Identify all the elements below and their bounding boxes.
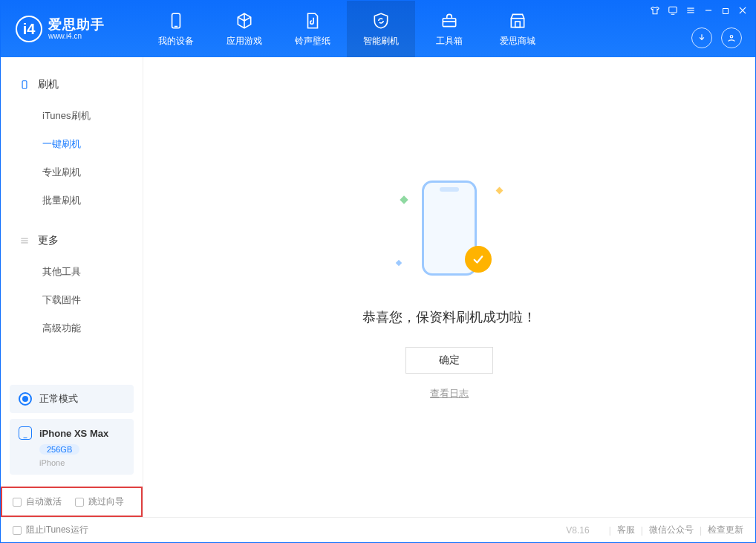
header-right-icons <box>691 27 742 48</box>
sidebar-item-batch-flash[interactable]: 批量刷机 <box>1 186 143 215</box>
tshirt-icon[interactable] <box>650 5 660 18</box>
close-button[interactable] <box>737 5 748 18</box>
success-illustration <box>394 175 505 286</box>
nav-label: 智能刷机 <box>363 35 399 48</box>
download-button[interactable] <box>691 27 712 48</box>
checkbox-icon <box>13 498 22 507</box>
separator: | <box>700 525 702 536</box>
sidebar: 刷机 iTunes刷机 一键刷机 专业刷机 批量刷机 更多 其他工具 下载固件 <box>1 57 143 517</box>
sidebar-item-advanced[interactable]: 高级功能 <box>1 314 143 342</box>
feedback-icon[interactable] <box>668 5 678 18</box>
svg-rect-14 <box>22 81 27 89</box>
link-support[interactable]: 客服 <box>617 524 635 536</box>
version-label: V8.16 <box>566 525 589 536</box>
statusbar-right: V8.16 | 客服 | 微信公众号 | 检查更新 <box>566 524 743 536</box>
svg-rect-4 <box>515 22 521 27</box>
toolbox-icon <box>438 11 460 30</box>
svg-rect-5 <box>669 7 677 13</box>
nav-my-device[interactable]: 我的设备 <box>142 1 210 57</box>
cube-icon <box>233 11 255 30</box>
main-nav: 我的设备 应用游戏 铃声壁纸 智能刷机 工具箱 爱思商城 <box>142 1 552 57</box>
checkbox-icon <box>75 498 84 507</box>
account-button[interactable] <box>721 27 742 48</box>
separator: | <box>641 525 643 536</box>
svg-rect-2 <box>443 18 455 26</box>
nav-label: 工具箱 <box>436 35 463 48</box>
main-content: 恭喜您，保资料刷机成功啦！ 确定 查看日志 <box>143 57 755 517</box>
link-check-update[interactable]: 检查更新 <box>708 524 743 536</box>
section-title: 刷机 <box>38 78 59 91</box>
minimize-button[interactable] <box>703 5 714 18</box>
success-message: 恭喜您，保资料刷机成功啦！ <box>362 308 536 326</box>
sparkle-icon <box>496 186 504 194</box>
body: 刷机 iTunes刷机 一键刷机 专业刷机 批量刷机 更多 其他工具 下载固件 <box>1 57 755 517</box>
check-badge-icon <box>465 246 492 273</box>
phone-icon <box>19 79 30 91</box>
store-icon <box>506 11 529 30</box>
maximize-button[interactable] <box>721 6 730 18</box>
sparkle-icon <box>400 195 408 204</box>
checkbox-auto-activate[interactable]: 自动激活 <box>13 495 62 508</box>
link-wechat[interactable]: 微信公众号 <box>649 524 694 536</box>
list-icon <box>19 235 30 247</box>
app-window: i4 爱思助手 www.i4.cn 我的设备 应用游戏 铃声壁纸 智能 <box>0 0 756 543</box>
section-items-flash: iTunes刷机 一键刷机 专业刷机 批量刷机 <box>1 97 143 228</box>
sidebar-item-pro-flash[interactable]: 专业刷机 <box>1 158 143 186</box>
nav-label: 我的设备 <box>158 35 194 48</box>
sparkle-icon <box>396 259 402 265</box>
svg-rect-10 <box>723 8 729 13</box>
logo-area: i4 爱思助手 www.i4.cn <box>1 16 142 42</box>
device-icon <box>19 426 32 440</box>
app-url: www.i4.cn <box>48 32 105 40</box>
checkbox-icon <box>13 526 22 535</box>
sidebar-scroll: 刷机 iTunes刷机 一键刷机 专业刷机 批量刷机 更多 其他工具 下载固件 <box>1 57 143 379</box>
music-file-icon <box>302 11 324 30</box>
refresh-shield-icon <box>370 11 392 30</box>
window-controls <box>650 5 748 18</box>
logo-letter: i4 <box>23 21 36 38</box>
statusbar-left: 阻止iTunes运行 <box>13 524 88 536</box>
mode-indicator[interactable]: 正常模式 <box>10 385 134 413</box>
logo-icon: i4 <box>16 16 42 42</box>
checkbox-skip-guide[interactable]: 跳过向导 <box>75 495 124 508</box>
view-log-link[interactable]: 查看日志 <box>430 387 469 400</box>
menu-icon[interactable] <box>685 5 696 18</box>
ok-button[interactable]: 确定 <box>405 347 493 374</box>
nav-toolbox[interactable]: 工具箱 <box>415 1 483 57</box>
nav-store[interactable]: 爱思商城 <box>483 1 552 57</box>
device-subtitle: iPhone <box>39 458 125 467</box>
nav-label: 爱思商城 <box>500 35 535 48</box>
nav-smart-flash[interactable]: 智能刷机 <box>347 1 415 57</box>
statusbar: 阻止iTunes运行 V8.16 | 客服 | 微信公众号 | 检查更新 <box>1 517 755 542</box>
nav-apps-games[interactable]: 应用游戏 <box>210 1 278 57</box>
section-title: 更多 <box>38 234 59 247</box>
device-name: iPhone XS Max <box>39 428 108 439</box>
sidebar-item-download-firmware[interactable]: 下载固件 <box>1 286 143 314</box>
checkbox-label: 自动激活 <box>26 495 62 508</box>
logo-text: 爱思助手 www.i4.cn <box>48 18 105 41</box>
sidebar-item-itunes-flash[interactable]: iTunes刷机 <box>1 102 143 130</box>
section-title-flash: 刷机 <box>1 72 143 97</box>
checkbox-block-itunes[interactable]: 阻止iTunes运行 <box>13 524 88 536</box>
titlebar: i4 爱思助手 www.i4.cn 我的设备 应用游戏 铃声壁纸 智能 <box>1 1 755 57</box>
checkbox-label: 跳过向导 <box>88 495 124 508</box>
app-name: 爱思助手 <box>48 18 105 33</box>
nav-label: 应用游戏 <box>227 35 262 48</box>
bottom-options-highlight: 自动激活 跳过向导 <box>1 487 143 517</box>
device-card[interactable]: iPhone XS Max 256GB iPhone <box>10 419 134 475</box>
section-title-more: 更多 <box>1 228 143 253</box>
separator: | <box>609 525 611 536</box>
checkbox-label: 阻止iTunes运行 <box>26 524 88 536</box>
device-icon <box>165 11 187 30</box>
nav-label: 铃声壁纸 <box>295 35 330 48</box>
sidebar-item-oneclick-flash[interactable]: 一键刷机 <box>1 130 143 158</box>
sidebar-item-other-tools[interactable]: 其他工具 <box>1 258 143 286</box>
mode-dot-icon <box>19 392 32 406</box>
mode-label: 正常模式 <box>39 392 78 406</box>
nav-ringtone-wallpaper[interactable]: 铃声壁纸 <box>278 1 347 57</box>
svg-point-13 <box>730 36 733 39</box>
svg-rect-3 <box>511 18 524 27</box>
section-items-more: 其他工具 下载固件 高级功能 <box>1 253 143 356</box>
device-storage: 256GB <box>39 444 79 455</box>
